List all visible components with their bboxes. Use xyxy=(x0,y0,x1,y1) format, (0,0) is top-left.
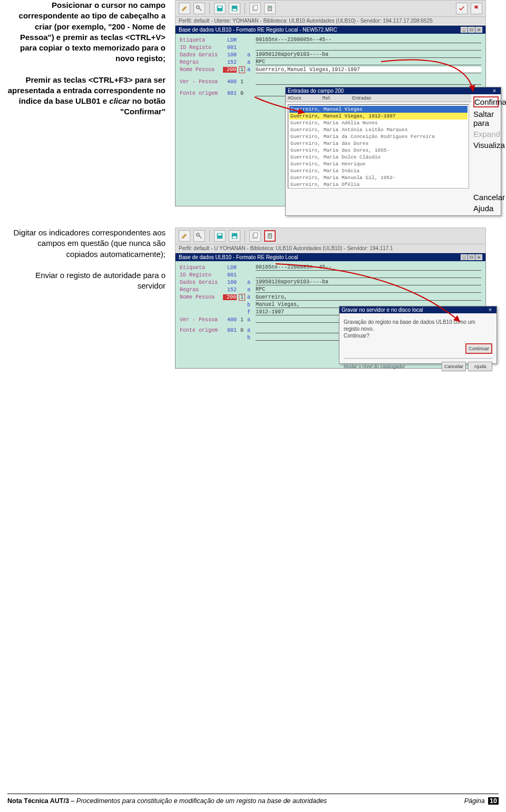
field-row-idregisto: ID Registo001 xyxy=(180,272,481,278)
flag-icon[interactable] xyxy=(471,3,482,14)
subwindow-titlebar: Entradas do campo 200 × xyxy=(286,87,501,94)
toolbar xyxy=(175,227,486,244)
instruction-paragraph-1: Posicionar o cursor no campo corresponde… xyxy=(7,0,166,64)
toolbar xyxy=(175,0,486,17)
footer-title: Nota Técnica AUT/3 xyxy=(7,797,69,805)
svg-rect-4 xyxy=(233,9,237,11)
list-item[interactable]: Guerreiro, Manuel Viegas, 1912-1997 xyxy=(289,113,468,120)
svg-rect-2 xyxy=(218,6,222,8)
field-row-ver: Ver - Pessoa4001 xyxy=(180,78,481,85)
continuar-button[interactable]: Continuar xyxy=(465,343,492,354)
dialog-title: Gravar no servidor e no disco local xyxy=(342,307,423,313)
check-icon[interactable] xyxy=(456,3,468,14)
list-item[interactable]: Guerreiro, Maria Inácia xyxy=(289,167,468,174)
field-row-dados: Dados Gerais100a19950128apory0103----ba xyxy=(180,52,481,58)
key-icon[interactable] xyxy=(193,3,205,14)
list-item[interactable]: Guerreiro, Maria da Conceição Rodrigues … xyxy=(289,133,468,140)
list-item[interactable]: Guerreiro, Maria Teresa xyxy=(289,188,468,189)
svg-rect-16 xyxy=(268,234,272,239)
svg-rect-13 xyxy=(233,236,237,239)
screenshot-2: Perfil: default - U YOHANAN - Biblioteca… xyxy=(175,227,486,369)
save-icon[interactable] xyxy=(214,3,226,14)
save-local-icon[interactable] xyxy=(229,230,240,242)
save-local-icon[interactable] xyxy=(229,3,240,14)
dialog-titlebar: Gravar no servidor e no disco local × xyxy=(339,306,497,313)
field-row-regras: Regras152aRPC xyxy=(180,286,481,293)
confirmar-button[interactable]: Confirmar xyxy=(473,96,499,107)
minimize-icon[interactable]: _ xyxy=(461,27,468,33)
window-title: Base de dados ULB10 - Formato RE Registo… xyxy=(179,254,298,260)
svg-rect-11 xyxy=(218,234,222,236)
header-bar: Perfil: default - Utente: YOHANAN - Bibl… xyxy=(175,17,486,25)
cancelar-button[interactable]: Cancelar xyxy=(473,193,499,202)
footer-page-number: 10 xyxy=(488,797,499,805)
saltar-button[interactable]: Saltar para xyxy=(473,110,499,127)
svg-rect-17 xyxy=(269,234,271,235)
list-item[interactable]: Guerreiro, Maria Antónia Leitão Marques xyxy=(289,126,468,133)
server-icon[interactable] xyxy=(264,3,276,14)
svg-rect-7 xyxy=(268,6,272,11)
header-bar: Perfil: default - U YOHANAN - Biblioteca… xyxy=(175,244,486,252)
field-row-idregisto: ID Registo001 xyxy=(180,44,481,51)
index-entries-window: Entradas do campo 200 × #Docs Ref. Entra… xyxy=(285,87,501,216)
hdr-docs: #Docs xyxy=(288,95,301,101)
expandir-button[interactable]: Expand. xyxy=(473,130,499,138)
subwindow-headers: #Docs Ref. Entradas xyxy=(286,94,471,102)
maximize-icon[interactable]: □ xyxy=(468,27,475,33)
field-row-etiqueta: EtiquetaLDR00165nx---2200085n--45-- xyxy=(180,264,481,271)
list-item[interactable]: Guerreiro, Maria Adélia Nunes xyxy=(289,120,468,126)
field-row-nome: Nome Pessoa2001aGuerreiro,Manuel Viegas,… xyxy=(180,66,481,73)
server-send-icon[interactable] xyxy=(264,230,276,242)
window-titlebar: Base de dados ULB10 - Formato RE Registo… xyxy=(176,26,485,34)
hdr-entradas: Entradas xyxy=(352,95,371,101)
close-icon[interactable]: × xyxy=(489,307,494,312)
copy-icon[interactable] xyxy=(249,3,261,14)
maximize-icon[interactable]: □ xyxy=(468,254,475,260)
field-row-regras: Regras152aRPC xyxy=(180,59,481,65)
save-icon[interactable] xyxy=(214,230,226,242)
instruction-paragraph-2: Premir as teclas <CTRL+F3> para ser apre… xyxy=(7,75,166,117)
screenshot-1: Perfil: default - Utente: YOHANAN - Bibl… xyxy=(175,0,486,206)
instruction-paragraph-3: Digitar os indicadores correspondentes a… xyxy=(7,227,166,260)
ajuda-button[interactable]: Ajuda xyxy=(468,362,492,371)
svg-rect-15 xyxy=(254,233,257,237)
minimize-icon[interactable]: _ xyxy=(461,254,468,260)
list-item[interactable]: Guerreiro, Maria das Dores, 1955- xyxy=(289,147,468,154)
brush-icon[interactable] xyxy=(179,3,190,14)
field-row-dados: Dados Gerais100a19950128apory0103----ba xyxy=(180,279,481,285)
hdr-ref: Ref. xyxy=(323,95,332,101)
close-icon[interactable]: × xyxy=(475,27,482,33)
list-item[interactable]: Guerreiro, Maria Manuela Gil, 1952- xyxy=(289,174,468,181)
ajuda-button[interactable]: Ajuda xyxy=(473,204,499,213)
mudar-nivel-link[interactable]: Mudar o nível do catalogador xyxy=(344,364,405,369)
index-list[interactable]: Guerreiro, Manuel Viegas Guerreiro, Manu… xyxy=(288,104,469,189)
cancelar-button[interactable]: Cancelar xyxy=(442,362,466,371)
field-row-nome-a: Nome Pessoa2001aGuerreiro, xyxy=(180,294,481,301)
svg-rect-8 xyxy=(269,7,271,8)
field-row-etiqueta: EtiquetaLDR00165nx---2200085n--45-- xyxy=(180,37,481,43)
list-item[interactable]: Guerreiro, Maria das Dores xyxy=(289,140,468,147)
dialog-message: Gravação do registo na base de dados ULB… xyxy=(344,319,492,339)
close-icon[interactable]: × xyxy=(493,88,499,93)
save-dialog: Gravar no servidor e no disco local × Gr… xyxy=(339,306,497,364)
list-item[interactable]: Guerreiro, Maria Dulce Cláudio xyxy=(289,154,468,161)
subwindow-title: Entradas do campo 200 xyxy=(288,88,344,94)
list-item[interactable]: Guerreiro, Manuel Viegas xyxy=(289,106,468,113)
footer-page-label: Página xyxy=(464,797,486,805)
brush-icon[interactable] xyxy=(179,230,190,242)
copy-icon[interactable] xyxy=(249,230,261,242)
window-titlebar: Base de dados ULB10 - Formato RE Registo… xyxy=(176,253,485,261)
instruction-2b-italic: clicar xyxy=(109,96,130,105)
close-icon[interactable]: × xyxy=(475,254,482,260)
list-item[interactable]: Guerreiro, Maria Ofélia xyxy=(289,181,468,188)
list-item[interactable]: Guerreiro, Maria Henrique xyxy=(289,161,468,167)
window-title: Base de dados ULB10 - Formato RE Registo… xyxy=(179,27,337,33)
key-icon[interactable] xyxy=(193,230,205,242)
visualizar-button[interactable]: Visualiza xyxy=(473,141,499,150)
svg-rect-6 xyxy=(254,5,257,10)
page-footer: Nota Técnica AUT/3 – Procedimentos para … xyxy=(7,794,499,805)
instruction-paragraph-4: Enviar o registo de autoridade para o se… xyxy=(7,270,166,292)
footer-subtitle: – Procedimentos para constituição e modi… xyxy=(69,797,327,805)
